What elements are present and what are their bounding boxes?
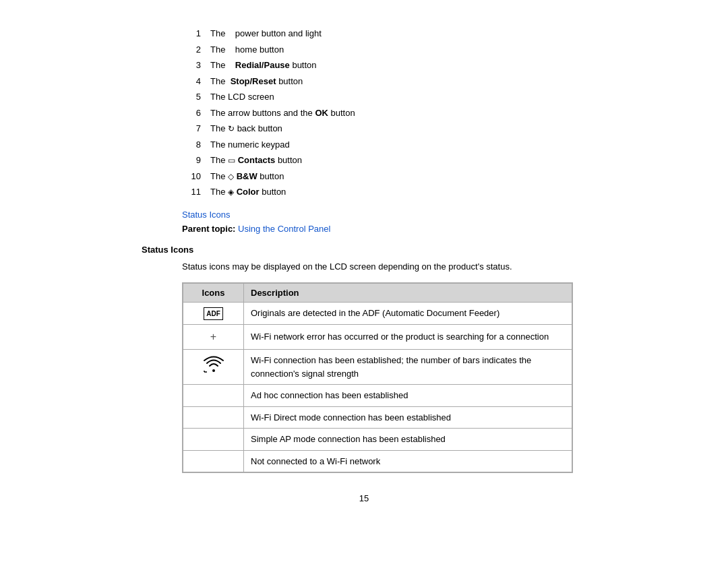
table-header-row: Icons Description	[183, 284, 572, 303]
list-text: The arrow buttons and the OK button	[210, 106, 355, 120]
wifi-icon	[202, 360, 226, 377]
description-cell: Not connected to a Wi-Fi network	[244, 450, 572, 472]
color-icon: ◈	[228, 187, 234, 197]
list-item: 1 The power button and light	[182, 27, 586, 40]
list-item: 10 The ◇ B&W button	[182, 170, 586, 183]
icon-cell-adf: ADF	[183, 303, 244, 325]
list-text: The ▭ Contacts button	[210, 154, 302, 167]
icon-cell-simpleap	[183, 429, 244, 451]
col-header-icons: Icons	[183, 284, 244, 303]
list-text: The ◈ Color button	[210, 185, 286, 199]
adf-icon: ADF	[204, 307, 223, 320]
page-container: 1 The power button and light 2 The home …	[128, 0, 600, 562]
list-item: 6 The arrow buttons and the OK button	[182, 106, 586, 120]
table-row: Wi-Fi connection has been established; t…	[183, 350, 572, 385]
list-num: 1	[182, 27, 201, 40]
icon-cell-wifi	[183, 350, 244, 385]
description-cell: Originals are detected in the ADF (Autom…	[244, 303, 572, 325]
list-text: The power button and light	[210, 27, 322, 40]
page-footer: 15	[142, 493, 586, 503]
description-cell: Wi-Fi connection has been established; t…	[244, 350, 572, 385]
table-row: Not connected to a Wi-Fi network	[183, 450, 572, 472]
table-row: Simple AP mode connection has been estab…	[183, 429, 572, 451]
list-num: 3	[182, 59, 201, 72]
bw-icon: ◇	[228, 172, 234, 181]
bold-text: Stop/Reset	[231, 76, 276, 86]
list-text: The Stop/Reset button	[210, 75, 303, 88]
status-icons-description: Status icons may be displayed on the LCD…	[182, 260, 586, 274]
table-row: ADF Originals are detected in the ADF (A…	[183, 303, 572, 325]
list-num: 10	[182, 170, 201, 183]
contacts-icon: ▭	[228, 156, 235, 165]
list-text: The ↻ back button	[210, 122, 282, 135]
bold-text: Contacts	[238, 155, 276, 165]
list-text: The numeric keypad	[210, 138, 290, 152]
description-cell: Simple AP mode connection has been estab…	[244, 429, 572, 451]
icon-cell-adhoc	[183, 385, 244, 407]
list-num: 11	[182, 185, 201, 199]
list-item: 2 The home button	[182, 43, 586, 57]
list-num: 8	[182, 138, 201, 152]
page-number: 15	[359, 493, 369, 503]
bold-text: OK	[315, 108, 328, 118]
bold-text: Color	[237, 187, 260, 197]
list-item: 5 The LCD screen	[182, 90, 586, 104]
status-icons-table-container: Icons Description ADF Originals are dete…	[182, 282, 573, 473]
table-row: Ad hoc connection has been established	[183, 385, 572, 407]
list-item: 3 The Redial/Pause button	[182, 59, 586, 72]
list-text: The Redial/Pause button	[210, 59, 317, 72]
list-text: The ◇ B&W button	[210, 170, 284, 183]
list-num: 2	[182, 43, 201, 57]
parent-topic-link[interactable]: Using the Control Panel	[238, 224, 330, 234]
table-row: Wi-Fi Direct mode connection has been es…	[183, 406, 572, 429]
list-item: 7 The ↻ back button	[182, 122, 586, 135]
status-icons-table: Icons Description ADF Originals are dete…	[183, 283, 572, 472]
parent-topic-label: Parent topic:	[182, 224, 235, 234]
list-text: The home button	[210, 43, 284, 57]
icon-cell-notwifi	[183, 450, 244, 472]
list-item: 11 The ◈ Color button	[182, 185, 586, 199]
status-icons-link-section: Status Icons	[182, 210, 586, 220]
list-item: 8 The numeric keypad	[182, 138, 586, 152]
list-num: 6	[182, 106, 201, 120]
bold-text: B&W	[237, 171, 257, 181]
icon-cell-wifi-error: +	[183, 325, 244, 350]
list-num: 7	[182, 122, 201, 135]
status-icons-section-title: Status Icons	[142, 245, 586, 255]
bold-text: Redial/Pause	[235, 60, 290, 70]
status-icons-link[interactable]: Status Icons	[182, 210, 231, 220]
description-cell: Ad hoc connection has been established	[244, 385, 572, 407]
back-icon: ↻	[228, 124, 235, 133]
list-text: The LCD screen	[210, 90, 274, 104]
parent-topic-section: Parent topic: Using the Control Panel	[182, 224, 586, 234]
list-num: 5	[182, 90, 201, 104]
description-cell: Wi-Fi network error has occurred or the …	[244, 325, 572, 350]
icon-cell-wifidirect	[183, 406, 244, 429]
col-header-description: Description	[244, 284, 572, 303]
table-row: + Wi-Fi network error has occurred or th…	[183, 325, 572, 350]
list-item: 9 The ▭ Contacts button	[182, 154, 586, 167]
list-item: 4 The Stop/Reset button	[182, 75, 586, 88]
numbered-list: 1 The power button and light 2 The home …	[182, 27, 586, 199]
wifi-error-icon: +	[210, 331, 216, 342]
description-cell: Wi-Fi Direct mode connection has been es…	[244, 406, 572, 429]
list-num: 4	[182, 75, 201, 88]
list-num: 9	[182, 154, 201, 167]
